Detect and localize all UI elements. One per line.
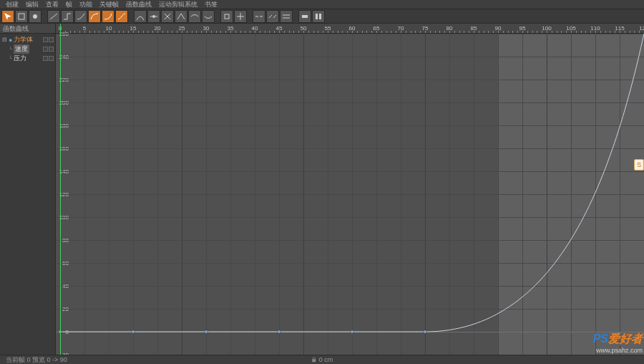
tool-snap-2[interactable] — [234, 10, 247, 23]
tool-region-2[interactable] — [312, 10, 325, 23]
end-marker-icon[interactable]: S — [634, 159, 644, 171]
fcurve[interactable] — [56, 34, 644, 355]
menu-item[interactable]: 功能 — [79, 0, 92, 9]
tree-item-pressure[interactable]: └ 压力 — [0, 54, 55, 63]
tool-step[interactable] — [61, 10, 74, 23]
sidebar: 函数曲线 ⊟ ● 力学体 └ 速度 └ 压力 — [0, 24, 56, 355]
tool-tangent-2[interactable] — [147, 10, 160, 23]
svg-rect-6 — [319, 14, 321, 19]
tool-key[interactable] — [29, 10, 42, 23]
ruler-tick: 120 — [639, 24, 644, 34]
keyframe[interactable] — [278, 330, 280, 333]
tool-region-1[interactable] — [298, 10, 311, 23]
status-left: 当前帧 0 预览 0 -> 90 — [6, 355, 67, 365]
menu-item[interactable]: 关键帧 — [99, 0, 119, 9]
graph-area[interactable]: 0510152025303540455055606570758085909510… — [56, 24, 644, 355]
svg-rect-0 — [19, 14, 24, 19]
tool-spline[interactable] — [74, 10, 87, 23]
menu-item[interactable]: 书签 — [205, 0, 218, 9]
tool-tangent-5[interactable] — [188, 10, 201, 23]
svg-rect-4 — [302, 15, 308, 18]
playhead[interactable] — [60, 24, 61, 355]
status-bar: 当前帧 0 预览 0 -> 90 0 cm — [0, 355, 644, 364]
collapse-icon[interactable]: ⊟ — [1, 37, 7, 43]
tree-label: 速度 — [14, 44, 29, 54]
svg-rect-7 — [312, 359, 316, 362]
keyframe[interactable] — [205, 330, 208, 333]
tool-tangent-6[interactable] — [202, 10, 215, 23]
tool-break-1[interactable] — [253, 10, 265, 23]
menu-item[interactable]: 创建 — [6, 0, 19, 9]
ruler-x[interactable]: 0510152025303540455055606570758085909510… — [56, 24, 644, 34]
tool-tangent-1[interactable] — [134, 10, 147, 23]
svg-point-1 — [33, 14, 37, 19]
tool-break-3[interactable] — [280, 10, 293, 23]
keyframe[interactable] — [132, 330, 135, 333]
tree-label: 力学体 — [14, 35, 33, 44]
tree-item-root[interactable]: ⊟ ● 力学体 — [0, 35, 55, 44]
tool-tangent-3[interactable] — [161, 10, 174, 23]
tool-easeinout[interactable] — [115, 10, 128, 23]
watermark: PS爱好者 www.psahz.com — [593, 332, 643, 354]
sidebar-title: 函数曲线 — [0, 24, 55, 34]
keyframe[interactable] — [351, 330, 353, 333]
tool-linear[interactable] — [47, 10, 60, 23]
svg-rect-3 — [225, 14, 229, 19]
tool-move[interactable] — [1, 10, 14, 23]
svg-point-2 — [152, 15, 155, 18]
object-tree: ⊟ ● 力学体 └ 速度 └ 压力 — [0, 34, 55, 64]
menu-item[interactable]: 查看 — [46, 0, 59, 9]
tool-easeout[interactable] — [102, 10, 114, 23]
menu-item[interactable]: 帧 — [66, 0, 72, 9]
menu-item[interactable]: 编辑 — [26, 0, 39, 9]
tree-label: 压力 — [14, 54, 26, 63]
svg-rect-5 — [316, 14, 318, 19]
tool-frame[interactable] — [15, 10, 28, 23]
tool-tangent-4[interactable] — [175, 10, 187, 23]
tree-item-speed[interactable]: └ 速度 — [0, 44, 55, 54]
status-center: 0 cm — [319, 356, 333, 363]
keyframe[interactable] — [424, 330, 426, 333]
tool-ease[interactable] — [88, 10, 101, 23]
menu-item[interactable]: 函数曲线 — [126, 0, 152, 9]
menu-bar: 创建编辑查看帧功能关键帧函数曲线运动剪辑系统书签 — [0, 0, 644, 9]
tool-break-2[interactable] — [266, 10, 279, 23]
tool-snap-1[interactable] — [220, 10, 233, 23]
lock-icon — [311, 357, 317, 363]
toolbar — [0, 9, 644, 24]
menu-item[interactable]: 运动剪辑系统 — [159, 0, 197, 9]
